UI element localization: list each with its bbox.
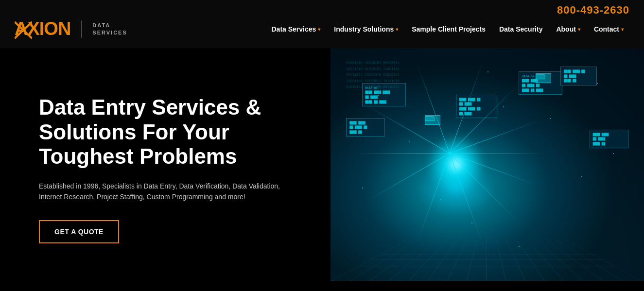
site-header: 800-493-2630 AXION DATA SERVICES — [0, 0, 644, 48]
nav-item-data-services[interactable]: Data Services ▾ — [266, 22, 327, 36]
main-nav: Data Services ▾ Industry Solutions ▾ Sam… — [266, 22, 630, 36]
main-content: Data Entry Services & Solutions For Your… — [0, 48, 644, 281]
nav-item-data-security[interactable]: Data Security — [493, 22, 548, 36]
particles — [331, 48, 644, 281]
hero-image: DATA-03 ████ ████ ████ ██ ████ ████ ██ █… — [331, 48, 644, 281]
nav-item-industry-solutions[interactable]: Industry Solutions ▾ — [328, 22, 404, 36]
chevron-down-icon: ▾ — [318, 27, 320, 32]
phone-number[interactable]: 800-493-2630 — [557, 4, 629, 17]
logo-divider — [81, 20, 82, 38]
chevron-down-icon: ▾ — [621, 27, 624, 32]
hero-subtitle: Established in 1996, Specialists in Data… — [39, 181, 282, 203]
chevron-down-icon: ▾ — [396, 27, 398, 32]
nav-item-contact[interactable]: Contact ▾ — [588, 22, 629, 36]
logo-subtitle: DATA SERVICES — [92, 22, 127, 37]
hero-right-panel: DATA-03 ████ ████ ████ ██ ████ ████ ██ █… — [331, 48, 644, 281]
logo-brand: AXION — [15, 18, 70, 40]
hero-left-panel: Data Entry Services & Solutions For Your… — [0, 48, 331, 281]
get-quote-button[interactable]: Get A Quote — [39, 220, 119, 243]
chevron-down-icon: ▾ — [578, 27, 580, 32]
nav-item-about[interactable]: About ▾ — [550, 22, 586, 36]
logo-area[interactable]: AXION DATA SERVICES — [15, 18, 127, 40]
hero-title: Data Entry Services & Solutions For Your… — [39, 95, 301, 169]
nav-bar: AXION DATA SERVICES Data Services ▾ Indu… — [0, 18, 644, 48]
nav-item-sample-projects[interactable]: Sample Client Projects — [406, 22, 491, 36]
top-bar: 800-493-2630 — [0, 0, 644, 18]
